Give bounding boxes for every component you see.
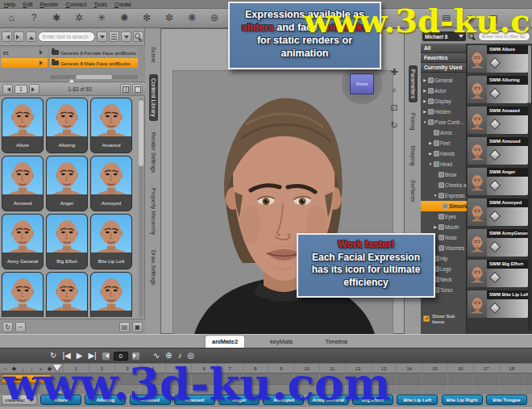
expression-slider[interactable]: SWM Allure (468, 45, 528, 73)
create-group-icon[interactable]: ✼ (161, 10, 177, 25)
forward-button[interactable] (14, 31, 24, 42)
show-sub-items-checkbox[interactable]: Show Sub Items (421, 313, 467, 324)
lock-icon[interactable]: ▪ (37, 366, 44, 372)
pane-tab[interactable]: Scene (149, 43, 158, 67)
aniblock-thumbnail[interactable]: Allure (2, 98, 44, 153)
expand-icon[interactable]: ▶ (433, 225, 438, 229)
slider-track[interactable] (487, 54, 528, 73)
render-icon[interactable]: ▤ (438, 11, 455, 26)
menu-item[interactable]: Render (39, 2, 58, 7)
pane-tab[interactable]: Draw Settings (149, 246, 158, 290)
create-camera-icon[interactable]: ✲ (71, 10, 87, 25)
scrollbar-thumb[interactable] (528, 45, 531, 103)
zoom-icon[interactable]: ⌕ (388, 84, 401, 96)
aniblock-thumbnail[interactable]: Bite Tongue (46, 272, 88, 317)
quick-filter[interactable]: Favorites (421, 53, 466, 63)
add-actor-icon[interactable]: ⊕ (164, 350, 173, 361)
pane-tab[interactable]: Surfaces (409, 176, 418, 207)
expression-clip-button[interactable]: Alluring (85, 394, 126, 405)
expand-icon[interactable]: ▶ (422, 89, 427, 93)
scrollbar-thumb[interactable] (76, 75, 112, 79)
slider-track[interactable] (487, 85, 528, 103)
dock-tab[interactable]: Timeline (318, 336, 354, 348)
parameter-group[interactable]: ▼ Pose Contr... (421, 117, 467, 127)
expand-icon[interactable]: ▶ (422, 78, 427, 82)
create-spotlight-icon[interactable]: ✺ (116, 10, 132, 25)
aniblock-thumbnail[interactable]: Blow Kiss (90, 272, 132, 317)
category-row[interactable] (1, 58, 48, 68)
horizontal-scrollbar[interactable] (50, 75, 138, 79)
aniblock-thumbnail[interactable]: Amazed (90, 98, 132, 153)
slider-handle[interactable] (489, 211, 501, 222)
animation-subtrack[interactable] (0, 384, 532, 393)
parameter-group[interactable]: Arms (421, 127, 467, 138)
up-button[interactable] (26, 31, 36, 42)
aniblock-thumbnail[interactable]: Anger (46, 156, 88, 211)
expression-clip-button[interactable]: Anger (218, 394, 260, 405)
search-go-button[interactable] (133, 31, 143, 42)
snapshot-icon[interactable]: ▦ (485, 11, 501, 26)
move-down-icon[interactable]: ↓ (19, 366, 27, 372)
animation-clip-michael8[interactable]: Michael 8 (2, 374, 52, 383)
search-input[interactable] (38, 31, 95, 42)
collapse-button[interactable]: − (15, 322, 26, 332)
slider-handle[interactable] (489, 57, 501, 69)
expression-clip-button[interactable]: Amazed (130, 394, 171, 405)
list-view-button[interactable] (109, 31, 119, 42)
remove-key-icon[interactable]: − (2, 366, 9, 372)
slider-handle[interactable] (489, 180, 501, 191)
expression-clip-button[interactable]: Big Effort (352, 394, 393, 405)
category-row[interactable]: es (1, 48, 48, 57)
parameter-group[interactable]: Brow (421, 169, 467, 180)
expression-slider[interactable]: SWM ArmyGeneral (468, 229, 528, 257)
expression-slider[interactable]: SWM Big Effort (468, 260, 528, 287)
vertical-scrollbar[interactable] (139, 98, 143, 317)
parameter-group[interactable]: ▶ Mouth (421, 222, 467, 232)
clip-source-dropdown[interactable]: male Fac (2, 394, 37, 405)
slider-track[interactable] (487, 238, 528, 257)
next-page-button[interactable] (29, 84, 39, 94)
refresh-button[interactable]: ↻ (2, 322, 13, 332)
parameter-group[interactable]: ▼ Expressi... (421, 190, 467, 201)
create-light-icon[interactable]: ✳ (94, 10, 110, 25)
aniblock-thumbnail[interactable]: Amused (2, 156, 44, 211)
expand-icon[interactable]: ▼ (422, 120, 427, 124)
pane-tab[interactable]: Posing (409, 109, 418, 134)
expression-clip-button[interactable]: Annoyed (263, 394, 304, 405)
loop-icon[interactable]: ↻ (48, 350, 58, 361)
expression-clip-button[interactable]: Allure (40, 394, 81, 405)
create-node-icon[interactable]: ✻ (139, 10, 155, 25)
view-dropdown-button[interactable] (121, 31, 131, 42)
expression-slider[interactable]: SWM Amused (468, 137, 528, 165)
expand-icon[interactable]: ▶ (428, 152, 433, 156)
orbit-icon[interactable]: ↻ (388, 119, 401, 131)
expand-icon[interactable]: ▼ (433, 194, 438, 198)
expression-clip-button[interactable]: Amused (174, 394, 215, 405)
menu-item[interactable]: Tools (94, 2, 107, 7)
menu-item[interactable]: Create (114, 2, 131, 7)
pane-tab[interactable]: Property Hierarchy (149, 184, 158, 239)
aniblock-thumbnail[interactable]: Bite Lip Left (90, 214, 132, 269)
dock-tab[interactable]: keyMate (264, 336, 299, 348)
parameter-group[interactable]: ▶ Hands (421, 148, 467, 159)
record-icon[interactable]: ◎ (185, 350, 196, 361)
go-to-start-icon[interactable]: |◀ (60, 350, 72, 361)
expand-icon[interactable]: ▶ (422, 110, 427, 114)
splitter-collapse-icon[interactable] (69, 77, 74, 82)
expression-clip-button[interactable]: Bite Tongue (486, 394, 527, 405)
expression-slider[interactable]: SWM Bite Lip Left (468, 290, 528, 318)
quick-filter[interactable]: All (421, 44, 466, 53)
thumb-size-small-button[interactable]: ▤ (119, 322, 130, 332)
help-icon[interactable]: ? (26, 10, 42, 25)
page-number-field[interactable]: 1 (15, 85, 27, 94)
frame-icon[interactable]: ⊡ (388, 102, 401, 114)
back-button[interactable] (2, 31, 12, 42)
slider-handle[interactable] (489, 88, 501, 99)
visibility-icon[interactable]: ◉ (46, 365, 53, 372)
frame-down-button[interactable] (102, 352, 110, 361)
create-primitive-icon[interactable]: ⊛ (206, 10, 222, 25)
filter-input[interactable] (478, 31, 530, 41)
camera-icon[interactable]: ◉ (462, 11, 478, 26)
menu-item[interactable]: Edit (23, 2, 32, 7)
slider-handle[interactable] (489, 241, 501, 252)
